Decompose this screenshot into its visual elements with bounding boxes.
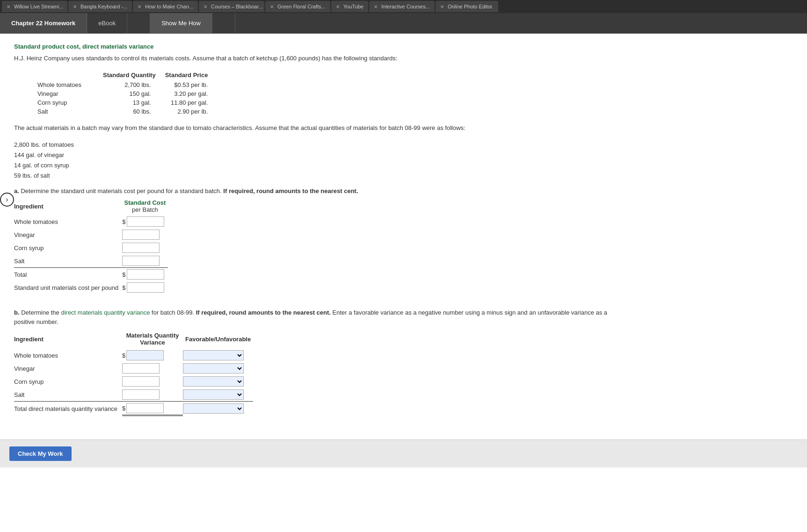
vinegar-variance-input[interactable]	[122, 363, 160, 374]
total-favorable-select[interactable]: Favorable Unfavorable	[183, 403, 244, 414]
favorable-cell: Favorable Unfavorable	[183, 349, 253, 362]
input-cell-total: $	[122, 268, 167, 281]
col-ingredient-header-b: Ingredient	[14, 332, 122, 349]
std-price: 11.80 per gal.	[165, 98, 218, 107]
std-qty: 150 gal.	[103, 89, 165, 98]
table-row: Vinegar 150 gal. 3.20 per gal.	[37, 89, 217, 98]
corn-syrup-cost-input[interactable]	[122, 243, 160, 253]
problem-title: Standard product cost, direct materials …	[14, 43, 622, 50]
total-label: Total	[14, 268, 122, 281]
bottom-bar: Check My Work	[0, 439, 807, 467]
whole-tomatoes-variance-input[interactable]	[126, 350, 164, 360]
tab-show-me-how[interactable]: Show Me How	[150, 13, 212, 33]
table-row: Salt	[14, 254, 168, 268]
total-cost-input[interactable]	[127, 269, 164, 280]
tab-courses[interactable]: ✕ Courses – Blackboar...	[199, 1, 264, 12]
input-cell-unit-cost: $	[122, 281, 167, 294]
tab-bangla[interactable]: ✕ Bangla Keyboard -...	[68, 1, 132, 12]
ingredient-label: Corn syrup	[14, 375, 122, 388]
tab-extra[interactable]	[212, 13, 235, 33]
actual-intro-text: The actual materials in a batch may vary…	[14, 123, 622, 133]
close-icon[interactable]: ✕	[336, 4, 340, 9]
table-row: Whole tomatoes 2,700 lbs. $0.53 per lb.	[37, 80, 217, 89]
ingredient-label: Salt	[14, 254, 122, 268]
standards-table: Standard Quantity Standard Price Whole t…	[37, 71, 622, 116]
vinegar-cost-input[interactable]	[122, 230, 160, 240]
intro-text: H.J. Heinz Company uses standards to con…	[14, 54, 622, 63]
app-nav: Chapter 22 Homework eBook Show Me How	[0, 13, 807, 34]
part-a-table: Ingredient Standard Cost per Batch Whole…	[14, 199, 622, 294]
vinegar-favorable-select[interactable]: Favorable Unfavorable	[183, 363, 244, 374]
corn-syrup-favorable-select[interactable]: Favorable Unfavorable	[183, 376, 244, 387]
std-price: $0.53 per lb.	[165, 80, 218, 89]
nav-spacer	[235, 13, 807, 33]
table-row: Salt Favorable Unfavorable	[14, 388, 253, 402]
browser-tab-bar: ✕ Willow Live Streami... ✕ Bangla Keyboa…	[0, 0, 807, 13]
close-icon[interactable]: ✕	[73, 4, 77, 9]
actual-item-2: 144 gal. of vinegar	[14, 150, 622, 160]
unit-cost-input[interactable]	[127, 282, 164, 293]
close-icon[interactable]: ✕	[7, 4, 10, 9]
whole-tomatoes-cost-input[interactable]	[127, 216, 164, 227]
table-row-unit-cost: Standard unit materials cost per pound $	[14, 281, 168, 294]
std-price: 2.90 per lb.	[165, 107, 218, 116]
table-row-total: Total direct materials quantity variance…	[14, 402, 253, 416]
tab-youtube[interactable]: ✕ YouTube	[331, 1, 368, 12]
tab-empty[interactable]	[127, 13, 150, 33]
corn-syrup-variance-input[interactable]	[122, 376, 160, 387]
tab-willow[interactable]: ✕ Willow Live Streami...	[2, 1, 67, 12]
favorable-cell: Favorable Unfavorable	[183, 362, 253, 375]
expand-arrow-button[interactable]: ›	[0, 193, 14, 207]
part-b-table: Ingredient Materials Quantity Variance F…	[14, 332, 622, 416]
check-my-work-button[interactable]: Check My Work	[9, 446, 72, 461]
whole-tomatoes-favorable-select[interactable]: Favorable Unfavorable	[183, 350, 244, 360]
table-row: Whole tomatoes $ Favorable Unfavor	[14, 349, 253, 362]
table-row: Salt 60 lbs. 2.90 per lb.	[37, 107, 217, 116]
tab-interactive[interactable]: ✕ Interactive Courses...	[369, 1, 435, 12]
ingredient-label: Vinegar	[14, 362, 122, 375]
close-icon[interactable]: ✕	[204, 4, 207, 9]
ingredient-label: Whole tomatoes	[14, 349, 122, 362]
col-ingredient-header	[37, 71, 103, 80]
col-std-qty-header: Standard Quantity	[103, 71, 165, 80]
ingredient-label: Corn syrup	[14, 241, 122, 254]
actual-item-3: 14 gal. of corn syrup	[14, 160, 622, 171]
actual-item-1: 2,800 lbs. of tomatoes	[14, 140, 622, 150]
std-price: 3.20 per gal.	[165, 89, 218, 98]
total-variance-label: Total direct materials quantity variance	[14, 402, 122, 416]
col-std-price-header: Standard Price	[165, 71, 218, 80]
table-row: Vinegar	[14, 228, 168, 241]
total-variance-input[interactable]	[126, 403, 164, 413]
close-icon[interactable]: ✕	[138, 4, 141, 9]
total-variance-cell: $	[122, 402, 183, 416]
unit-cost-label: Standard unit materials cost per pound	[14, 281, 122, 294]
table-row: Corn syrup 13 gal. 11.80 per gal.	[37, 98, 217, 107]
salt-favorable-select[interactable]: Favorable Unfavorable	[183, 389, 244, 400]
tab-howto[interactable]: ✕ How to Make Chan...	[133, 1, 198, 12]
part-b-label: b. Determine the direct materials quanti…	[14, 308, 622, 326]
tab-photo[interactable]: ✕ Online Photo Editor.	[436, 1, 498, 12]
tab-chapter-homework[interactable]: Chapter 22 Homework	[0, 13, 87, 33]
ingredient-name: Whole tomatoes	[37, 80, 103, 89]
actual-list: 2,800 lbs. of tomatoes 144 gal. of vineg…	[14, 140, 622, 181]
salt-variance-input[interactable]	[122, 389, 160, 400]
total-favorable-cell: Favorable Unfavorable	[183, 402, 253, 416]
ingredient-label: Vinegar	[14, 228, 122, 241]
ingredient-name: Corn syrup	[37, 98, 103, 107]
close-icon[interactable]: ✕	[440, 4, 444, 9]
input-cell-corn-syrup	[122, 241, 167, 254]
table-row: Vinegar Favorable Unfavorable	[14, 362, 253, 375]
close-icon[interactable]: ✕	[374, 4, 378, 9]
favorable-cell: Favorable Unfavorable	[183, 388, 253, 402]
close-icon[interactable]: ✕	[270, 4, 274, 9]
part-a-section: a. Determine the standard unit materials…	[14, 187, 622, 294]
tab-ebook[interactable]: eBook	[87, 13, 127, 33]
input-cell-vinegar	[122, 228, 167, 241]
ingredient-label: Whole tomatoes	[14, 215, 122, 228]
tab-crafts[interactable]: ✕ Green Floral Crafts...	[265, 1, 330, 12]
table-row: Whole tomatoes $	[14, 215, 168, 228]
salt-cost-input[interactable]	[122, 256, 160, 266]
direct-materials-link[interactable]: direct materials quantity variance	[61, 309, 150, 316]
variance-cell	[122, 362, 183, 375]
actual-item-4: 59 lbs. of salt	[14, 171, 622, 181]
